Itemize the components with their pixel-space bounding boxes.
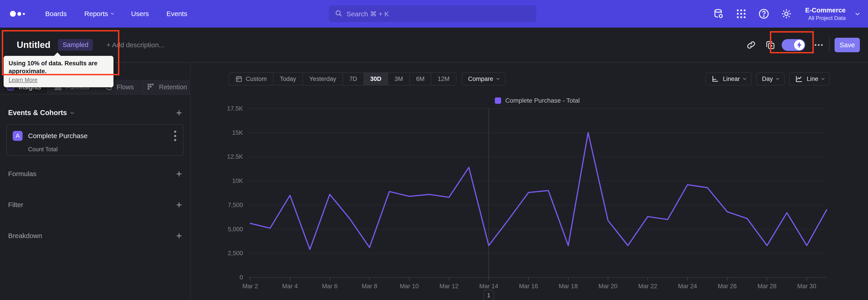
add-description-button[interactable]: + Add description... [106, 41, 164, 49]
y-axis-tick-label: 2,500 [228, 250, 243, 257]
x-axis-tick-label: Mar 12 [439, 283, 458, 290]
tab-label: Retention [159, 83, 187, 91]
event-letter-badge: A [13, 131, 23, 141]
x-axis-tick-label: Mar 8 [362, 283, 377, 290]
chevron-down-icon [855, 11, 860, 15]
y-axis-tick-label: 7,500 [228, 202, 243, 208]
y-axis-tick-label: 12.5K [227, 153, 243, 160]
y-axis-tick-label: 10K [232, 177, 243, 184]
nav-item-label: Reports [84, 10, 108, 18]
nav-item-label: Users [131, 10, 149, 18]
x-axis-tick-label: Mar 2 [242, 283, 258, 290]
event-name: Complete Purchase [28, 132, 88, 140]
learn-more-link[interactable]: Learn More [8, 77, 37, 83]
x-axis-tick-label: Mar 16 [519, 283, 538, 290]
top-nav: BoardsReportsUsersEvents Search ⌘ + K E-… [0, 0, 868, 28]
search-input[interactable]: Search ⌘ + K [329, 5, 536, 22]
apps-grid-icon[interactable] [735, 8, 747, 20]
data-management-icon[interactable] [712, 8, 725, 20]
event-metric[interactable]: Count Total [28, 146, 178, 153]
y-axis-tick-label: 17.5K [227, 105, 243, 112]
add-breakdown-button[interactable]: + [176, 231, 182, 241]
series-line-complete-purchase[interactable] [250, 133, 827, 249]
add-formulas-button[interactable]: + [176, 169, 182, 179]
x-axis-tick-label: Mar 18 [559, 283, 578, 290]
search-placeholder: Search ⌘ + K [346, 10, 389, 18]
x-axis-tick-label: Mar 22 [638, 283, 657, 290]
tab-retention[interactable]: Retention [143, 80, 191, 94]
section-label: Filter [8, 201, 23, 209]
sidebar-section-filter: Filter+ [8, 200, 182, 210]
x-axis-tick-label: Mar 24 [678, 283, 697, 290]
app-root: BoardsReportsUsersEvents Search ⌘ + K E-… [0, 0, 868, 300]
x-axis-tick-label: Mar 20 [598, 283, 618, 290]
save-button[interactable]: Save [835, 38, 860, 52]
events-section-title[interactable]: Events & Cohorts [8, 109, 73, 117]
y-axis-tick-label: 0 [240, 274, 243, 281]
mixpanel-logo-icon[interactable] [10, 11, 25, 17]
lightning-bolt-icon [794, 40, 804, 50]
project-selector[interactable]: E-Commerce All Project Data [805, 6, 846, 21]
nav-item-reports[interactable]: Reports [84, 10, 114, 18]
x-axis-tick-label: Mar 4 [282, 283, 298, 290]
line-chart[interactable]: 02,5005,0007,50010K12.5K15K17.5KMar 2Mar… [191, 63, 868, 300]
sidebar-section-formulas: Formulas+ [8, 169, 182, 179]
events-section-header: Events & Cohorts + [8, 108, 182, 118]
nav-item-events[interactable]: Events [166, 10, 187, 18]
x-axis-tick-label: Mar 26 [718, 283, 737, 290]
section-label: Breakdown [8, 232, 42, 240]
x-axis-tick-label: Mar 6 [322, 283, 338, 290]
chart-panel: CustomTodayYesterday7D30D3M6M12M Compare… [191, 63, 868, 300]
query-builder-sidebar: InsightsFunnelsFlowsRetention Events & C… [0, 63, 191, 300]
sidebar-section-breakdown: Breakdown+ [8, 231, 182, 241]
add-event-button[interactable]: + [176, 108, 182, 118]
x-axis-tick-label: Mar 14 [479, 283, 498, 290]
retention-icon [147, 83, 155, 91]
copy-link-icon[interactable] [746, 28, 756, 62]
nav-item-label: Boards [45, 10, 67, 18]
report-title[interactable]: Untitled [17, 40, 51, 50]
nav-item-boards[interactable]: Boards [45, 10, 67, 18]
event-kebab-menu-icon[interactable]: ••• [173, 129, 178, 142]
sampled-badge[interactable]: Sampled [58, 39, 93, 51]
y-axis-tick-label: 15K [232, 129, 243, 136]
y-axis-tick-label: 5,000 [228, 226, 243, 233]
nav-right-cluster: E-Commerce All Project Data [712, 0, 859, 28]
tab-label: Flows [117, 83, 134, 91]
project-scope: All Project Data [805, 15, 846, 21]
search-icon [335, 9, 342, 18]
x-axis-tick-label: Mar 10 [400, 283, 418, 290]
add-to-board-icon[interactable] [765, 28, 776, 62]
project-name: E-Commerce [805, 6, 846, 14]
nav-items: BoardsReportsUsersEvents [45, 10, 187, 18]
page-number-button[interactable]: 1 [484, 290, 494, 300]
add-filter-button[interactable]: + [176, 200, 182, 210]
sampling-tooltip: Using 10% of data. Results are approxima… [4, 56, 114, 87]
header-divider [829, 38, 830, 52]
chevron-down-icon [111, 11, 114, 15]
chevron-down-icon [70, 110, 74, 114]
x-axis-tick-label: Mar 28 [757, 283, 776, 290]
settings-gear-icon[interactable] [780, 8, 793, 20]
sampling-toggle[interactable] [782, 39, 805, 51]
nav-item-users[interactable]: Users [131, 10, 149, 18]
help-icon[interactable] [758, 8, 770, 20]
report-header: Untitled Sampled + Add description... Sa… [0, 28, 868, 63]
more-options-icon[interactable] [813, 28, 824, 62]
section-label: Formulas [8, 170, 36, 178]
tooltip-text: Using 10% of data. Results are approxima… [8, 59, 108, 75]
x-axis-tick-label: Mar 30 [797, 283, 816, 290]
event-card[interactable]: A Complete Purchase ••• Count Total [6, 124, 184, 156]
sidebar-sections: Formulas+Filter+Breakdown+ [8, 169, 182, 262]
nav-item-label: Events [166, 10, 187, 18]
